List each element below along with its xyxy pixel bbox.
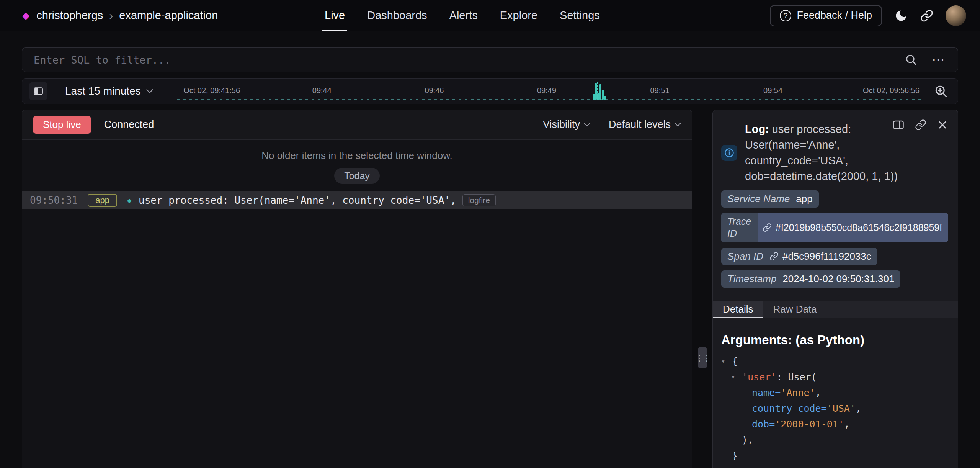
collapse-caret-icon[interactable]: ▾ — [731, 369, 742, 385]
detail-tabs: DetailsRaw Data — [713, 301, 958, 318]
connection-status: Connected — [104, 119, 154, 131]
breadcrumb-project[interactable]: example-application — [119, 9, 218, 22]
timeline-baseline — [177, 99, 921, 100]
code-token: : User( — [776, 369, 817, 385]
chevron-down-icon — [584, 123, 590, 127]
feedback-help-label: Feedback / Help — [797, 10, 872, 21]
detail-tab-raw-data[interactable]: Raw Data — [763, 301, 826, 318]
histogram-bar — [599, 84, 601, 100]
detail-title: Log: user processed: User(name='Anne', c… — [745, 121, 899, 184]
panel-resize-handle[interactable]: ⋮⋮ — [698, 347, 707, 368]
user-avatar[interactable] — [946, 5, 966, 26]
log-message: user processed: User(name='Anne', countr… — [139, 195, 456, 206]
breadcrumb-org[interactable]: christophergs — [36, 9, 103, 22]
search-icon[interactable] — [905, 54, 917, 66]
nav-right-cluster: ? Feedback / Help — [770, 0, 966, 31]
log-level-diamond-icon: ◆ — [127, 196, 132, 205]
breadcrumb: ◆ christophergs › example-application — [0, 9, 218, 22]
code-token: { — [732, 353, 738, 369]
live-log-panel: Stop live Connected Visibility Default l… — [22, 110, 692, 468]
code-token: country_code= — [752, 401, 827, 416]
service-name-label: Service Name — [721, 190, 796, 208]
code-token: } — [732, 448, 738, 463]
logfire-logo-icon[interactable]: ◆ — [22, 10, 29, 21]
span-id-field[interactable]: Span ID #d5c996f11192033c — [721, 248, 877, 265]
service-name-field: Service Name app — [721, 190, 819, 208]
timeline-cursor — [597, 82, 598, 100]
histogram-bar — [604, 96, 606, 100]
default-levels-label: Default levels — [609, 119, 671, 131]
share-link-icon[interactable] — [920, 9, 933, 22]
histogram-bar — [602, 90, 604, 100]
code-line: } — [721, 448, 948, 463]
feedback-help-button[interactable]: ? Feedback / Help — [770, 5, 882, 26]
timeline-tick: 09:46 — [425, 86, 444, 95]
zoom-in-icon[interactable] — [934, 84, 948, 98]
question-icon: ? — [780, 10, 791, 21]
timeline-tick: 09:44 — [312, 86, 332, 95]
timeline-histogram[interactable]: Oct 02, 09:41:5609:4409:4609:4909:5109:5… — [177, 79, 921, 104]
empty-window-notice: No older items in the selected time wind… — [22, 150, 692, 162]
trace-id-value[interactable]: #f2019b98b550cd8a61546c2f9188959f — [776, 222, 942, 233]
top-nav: ◆ christophergs › example-application Li… — [0, 0, 980, 31]
chevron-down-icon — [146, 89, 153, 93]
copy-link-icon[interactable] — [915, 119, 926, 131]
link-icon — [763, 223, 772, 232]
time-range-select[interactable]: Last 15 minutes — [65, 85, 153, 97]
info-icon — [721, 145, 737, 161]
visibility-label: Visibility — [543, 119, 580, 131]
span-id-label: Span ID — [721, 248, 769, 265]
visibility-dropdown[interactable]: Visibility — [543, 119, 590, 131]
log-list: No older items in the selected time wind… — [22, 140, 692, 468]
close-icon[interactable] — [937, 119, 948, 131]
code-token: , — [856, 401, 861, 416]
service-name-value: app — [796, 190, 818, 208]
trace-id-label: Trace ID — [721, 213, 758, 242]
service-tag-badge: app — [88, 194, 117, 207]
chevron-down-icon — [675, 123, 681, 127]
open-in-panel-icon[interactable] — [893, 119, 904, 131]
tab-dashboards[interactable]: Dashboards — [367, 0, 427, 31]
dark-mode-toggle-icon[interactable] — [894, 9, 908, 23]
scope-badge: logfire — [462, 194, 496, 206]
timestamp-field: Timestamp 2024-10-02 09:50:31.301 — [721, 270, 900, 288]
detail-tab-details[interactable]: Details — [713, 301, 763, 318]
code-token: 'USA' — [827, 401, 856, 416]
code-token: , — [844, 416, 850, 432]
trace-id-field[interactable]: Trace ID #f2019b98b550cd8a61546c2f918895… — [721, 213, 948, 242]
sql-filter-bar: ⋯ — [22, 47, 958, 72]
code-line: name='Anne', — [721, 385, 948, 401]
tab-alerts[interactable]: Alerts — [449, 0, 478, 31]
default-levels-dropdown[interactable]: Default levels — [609, 119, 681, 131]
tab-live[interactable]: Live — [325, 0, 345, 31]
today-button[interactable]: Today — [334, 168, 380, 184]
time-range-bar: Last 15 minutes Oct 02, 09:41:5609:4409:… — [22, 78, 958, 104]
span-id-value[interactable]: #d5c996f11192033c — [782, 250, 871, 262]
arguments-heading: Arguments: (as Python) — [713, 318, 958, 347]
more-options-icon[interactable]: ⋯ — [932, 53, 946, 66]
log-detail-panel: Log: user processed: User(name='Anne', c… — [712, 110, 958, 468]
stop-live-button[interactable]: Stop live — [33, 116, 91, 134]
log-timestamp: 09:50:31 — [30, 195, 78, 206]
timestamp-label: Timestamp — [721, 270, 782, 288]
sidebar-toggle-icon[interactable] — [29, 82, 47, 100]
detail-kind-label: Log: — [745, 123, 772, 135]
link-icon — [769, 252, 779, 261]
timeline-tick: 09:49 — [537, 86, 556, 95]
code-line: ▾{ — [721, 353, 948, 369]
code-line: dob='2000-01-01', — [721, 416, 948, 432]
timeline-tick: Oct 02, 09:41:56 — [183, 86, 240, 95]
tab-settings[interactable]: Settings — [560, 0, 600, 31]
tab-explore[interactable]: Explore — [500, 0, 537, 31]
code-line: ▾'user': User( — [721, 369, 948, 385]
live-log-header: Stop live Connected Visibility Default l… — [22, 110, 692, 140]
arguments-code: ▾{▾'user': User(name='Anne',country_code… — [713, 347, 958, 463]
log-row-selected[interactable]: 09:50:31 app ◆ user processed: User(name… — [22, 191, 692, 209]
sql-filter-input[interactable] — [22, 48, 905, 72]
timeline-tick: 09:54 — [763, 86, 782, 95]
code-token: name= — [752, 385, 781, 401]
code-line: ), — [721, 432, 948, 448]
breadcrumb-separator: › — [109, 9, 113, 22]
collapse-caret-icon[interactable]: ▾ — [721, 353, 732, 369]
histogram-bar — [593, 94, 595, 100]
